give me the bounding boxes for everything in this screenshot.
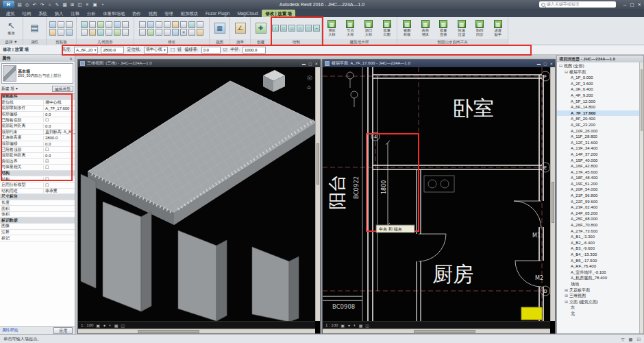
measure-icon[interactable]: ∠: [235, 23, 246, 34]
floor-plan-item[interactable]: A_13F_34.400: [557, 145, 643, 152]
ribbon-tab[interactable]: MagiCloud: [234, 10, 261, 17]
panel-label[interactable]: 选择 ▼: [0, 39, 23, 45]
vertical-scrollbar[interactable]: [315, 67, 320, 321]
floor-plan-item[interactable]: A_9F_23.200: [557, 122, 643, 128]
create-group-icon[interactable]: ✚: [256, 23, 267, 34]
radius-checkbox[interactable]: ☑: [223, 47, 227, 53]
visual-style-icon[interactable]: ▣: [340, 323, 345, 328]
draw-tool-icon[interactable]: ◠: [305, 25, 312, 32]
apply-button[interactable]: 应用: [53, 327, 73, 334]
floor-plan-item[interactable]: A_22F_59.600: [557, 199, 643, 205]
properties-button[interactable]: ▤: [30, 23, 38, 33]
door-tag-m1[interactable]: M1: [532, 233, 541, 239]
window-minimize-icon[interactable]: ▬: [537, 62, 541, 66]
demolish-icon[interactable]: [122, 21, 129, 28]
window-restore-icon[interactable]: ▢: [543, 62, 547, 66]
window-restore-icon[interactable]: ▢: [308, 62, 312, 66]
floor-plan-item[interactable]: A_17F_45.600: [557, 169, 643, 176]
floor-plan-item[interactable]: A_26F_70.800: [557, 222, 643, 228]
clipboard-icon[interactable]: [66, 29, 73, 36]
qat-icon[interactable]: ◫: [77, 2, 83, 8]
extend-icon[interactable]: [197, 21, 203, 28]
modify-button[interactable]: ↖ 修改: [8, 21, 15, 36]
ribbon-tab[interactable]: 管理: [161, 10, 177, 17]
crop-view-icon[interactable]: ▦: [114, 323, 119, 328]
scale-control[interactable]: 1 : 100: [325, 323, 338, 327]
shadows-icon[interactable]: ◐: [354, 323, 356, 327]
ribbon-tab[interactable]: 注释: [67, 10, 83, 17]
copy-icon[interactable]: [66, 21, 73, 28]
close-icon[interactable]: ✕: [69, 56, 73, 61]
location-line-dropdown[interactable]: 墙中心线 ▾: [144, 47, 168, 54]
tree-group-floorplans[interactable]: ⊟楼层平面: [557, 69, 643, 75]
remove-coping-icon[interactable]: [122, 29, 129, 36]
app-menu-button[interactable]: R: [3, 1, 14, 8]
floor-plan-item[interactable]: A_11F_28.800: [557, 134, 643, 140]
join-geometry-icon[interactable]: [89, 21, 96, 28]
qat-icon[interactable]: ▦: [62, 2, 68, 8]
maximize-button[interactable]: ▢: [630, 2, 634, 8]
ribbon-tab[interactable]: 建筑: [3, 10, 18, 17]
beam-join-icon[interactable]: [97, 29, 104, 36]
expand-icon[interactable]: ⊞: [565, 287, 569, 294]
ribbon-tab[interactable]: 协作: [129, 10, 145, 17]
door-tag-m2[interactable]: M2: [535, 275, 543, 281]
tree-root[interactable]: ⊟视图 (全部): [557, 63, 643, 69]
floor-plan-item[interactable]: 场地: [557, 281, 643, 287]
ribbon-tab[interactable]: 系统: [35, 10, 51, 17]
floor-plan-item[interactable]: A_B3_-9.600: [557, 246, 643, 252]
floor-plan-item[interactable]: A_14F_37.200: [557, 152, 643, 158]
match-type-icon[interactable]: [49, 29, 56, 36]
plugin-button[interactable]: ▦ 高亮 墙体: [417, 20, 434, 36]
minimize-button[interactable]: ─: [623, 2, 627, 8]
floor-plan-item[interactable]: A_25F_68.000: [557, 216, 643, 222]
ribbon-tab[interactable]: 分析: [84, 10, 99, 17]
type-selector[interactable]: 基本墙 200_50内阳台与墙上部分: [1, 63, 73, 84]
floor-plan-item[interactable]: A_5F_12.000: [557, 99, 643, 105]
offset-copy-icon[interactable]: [188, 29, 195, 36]
plugin-button[interactable]: ▦ 墙体 大样: [323, 20, 340, 36]
ribbon-tab[interactable]: 结构: [19, 10, 35, 17]
floor-plan-item[interactable]: A_B2_-6.400: [557, 240, 643, 246]
plugin-button[interactable]: ▦ 视图 样板: [399, 20, 416, 36]
expand-icon[interactable]: ⊞: [565, 299, 569, 305]
tree-group[interactable]: ⊞立面 (建筑立面): [557, 299, 643, 305]
collapse-icon[interactable]: ⊟: [559, 63, 564, 69]
horizontal-scrollbar[interactable]: [323, 329, 550, 333]
expand-icon[interactable]: ⊞: [565, 293, 569, 299]
floor-plan-item[interactable]: A_B5_-17.500: [557, 258, 643, 264]
pin-icon[interactable]: [164, 29, 171, 36]
split-icon[interactable]: [139, 29, 146, 36]
floor-plan-item[interactable]: A_RF_76.400: [557, 263, 643, 270]
offset-icon[interactable]: [147, 21, 154, 28]
floor-plan-item[interactable]: A_10F_26.000: [557, 128, 643, 134]
scale-icon[interactable]: [156, 29, 162, 36]
draw-tool-icon[interactable]: ◇: [288, 25, 295, 32]
properties-help-link[interactable]: 属性帮助: [2, 327, 18, 333]
qat-icon[interactable]: ⊞: [69, 2, 75, 8]
plugin-button[interactable]: ▦ 进度 助手: [490, 20, 507, 36]
qat-icon[interactable]: ≡: [84, 2, 90, 8]
reveal-hidden-icon[interactable]: ◫: [121, 323, 125, 328]
floor-plan-item[interactable]: A_21F_56.800: [557, 193, 643, 199]
plan-canvas[interactable]: F E D 4: [323, 67, 550, 321]
selected-element[interactable]: [521, 307, 542, 320]
copy-element-icon[interactable]: [172, 21, 179, 28]
window-tag-bc0908[interactable]: BC0908: [332, 303, 355, 310]
floor-plan-item[interactable]: A_24F_65.200: [557, 211, 643, 217]
floor-plan-item[interactable]: A_B4_-13.300: [557, 252, 643, 258]
floor-plan-item[interactable]: A_27F_73.600: [557, 228, 643, 235]
wall-joins-icon[interactable]: [114, 21, 121, 28]
qat-icon[interactable]: ▣: [92, 2, 98, 8]
tree-group[interactable]: ⊞天花板平面: [557, 287, 643, 294]
paste-icon[interactable]: [49, 21, 56, 28]
floor-plan-item[interactable]: A_15F_40.000: [557, 158, 643, 164]
shadows-icon[interactable]: ◐: [109, 323, 112, 327]
merge-icon[interactable]: [106, 29, 112, 36]
floor-plan-item[interactable]: A_6F_14.800: [557, 104, 643, 110]
horizontal-scrollbar[interactable]: [78, 329, 315, 333]
window-close-icon[interactable]: ✕: [314, 62, 318, 66]
draw-tool-icon[interactable]: ~: [313, 25, 320, 32]
level-dropdown[interactable]: A_8F_20 ▾: [74, 47, 98, 54]
floor-plan-item[interactable]: A_20F_54.000: [557, 187, 643, 193]
